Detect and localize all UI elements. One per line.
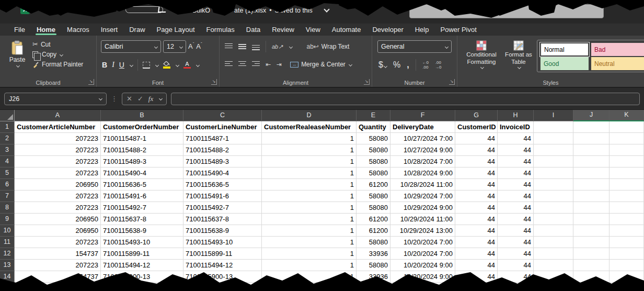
cell-I11[interactable] (534, 237, 573, 248)
tab-home[interactable]: Home (31, 24, 61, 36)
cell-B13[interactable]: 7100115494-12 (101, 260, 183, 271)
cell-A6[interactable]: 206950 (15, 179, 101, 191)
enter-icon[interactable]: ✓ (137, 95, 143, 103)
cell-K14[interactable] (610, 271, 644, 283)
cell-B14[interactable]: 7100115900-13 (101, 271, 183, 283)
tab-macros[interactable]: Macros (61, 24, 95, 36)
cell-F7[interactable]: 10/29/2024 7:00 (390, 191, 455, 202)
fill-color-chevron-icon[interactable] (176, 63, 179, 66)
cell-C9[interactable]: 7100115637-8 (183, 214, 262, 225)
cell-C2[interactable]: 7100115487-1 (183, 133, 262, 144)
cell-I3[interactable] (534, 144, 573, 156)
align-center-button[interactable] (238, 61, 246, 68)
cell-H2[interactable]: 44 (498, 133, 534, 144)
cell-E6[interactable]: 61200 (356, 179, 390, 191)
cell-J6[interactable] (573, 179, 610, 191)
fx-chevron-icon[interactable] (159, 97, 163, 100)
cell-E2[interactable]: 58080 (356, 133, 390, 144)
tab-automate[interactable]: Automate (326, 24, 367, 36)
cell-C4[interactable]: 7100115489-3 (183, 156, 262, 167)
cell-E3[interactable]: 58080 (356, 144, 390, 156)
cell-I9[interactable] (534, 214, 573, 225)
cell-C11[interactable]: 7100115493-10 (183, 237, 262, 248)
cell-G9[interactable]: 44 (455, 214, 498, 225)
alignment-dialog-launcher[interactable]: ↘ (364, 79, 370, 85)
underline-button[interactable]: U (119, 61, 124, 69)
cell-A11[interactable]: 207223 (15, 237, 101, 248)
cell-style-good[interactable]: Good (540, 57, 589, 70)
cell-F10[interactable]: 10/29/2024 13:00 (390, 225, 455, 237)
cell-F14[interactable]: 10/20/2024 9:00 (390, 271, 455, 283)
cell-G7[interactable]: 44 (455, 191, 498, 202)
cell-B1[interactable]: CustomerOrderNumber (101, 121, 183, 133)
cell-F3[interactable]: 10/27/2024 9:00 (390, 144, 455, 156)
cell-H3[interactable]: 44 (498, 144, 534, 156)
tab-review[interactable]: Review (266, 24, 300, 36)
align-top-button[interactable] (225, 43, 233, 50)
column-header-D[interactable]: D (262, 110, 356, 121)
cell-E5[interactable]: 58080 (356, 167, 390, 179)
currency-button[interactable]: $ (378, 60, 387, 70)
cell-E14[interactable]: 33936 (356, 271, 390, 283)
cell-I13[interactable] (534, 260, 573, 271)
cell-A7[interactable]: 207223 (15, 191, 101, 202)
tab-file[interactable]: File (8, 24, 31, 36)
font-size-select[interactable]: 12 (163, 40, 186, 53)
cell-B9[interactable]: 7100115637-8 (101, 214, 183, 225)
tab-formulas[interactable]: Formulas (201, 24, 240, 36)
cell-J8[interactable] (573, 202, 610, 214)
column-header-H[interactable]: H (498, 110, 534, 121)
row-header-5[interactable]: 5 (0, 167, 15, 179)
cell-C3[interactable]: 7100115488-2 (183, 144, 262, 156)
cell-D1[interactable]: CustomerRealeaseNumber (262, 121, 356, 133)
cell-F5[interactable]: 10/28/2024 9:00 (390, 167, 455, 179)
percent-button[interactable]: % (393, 60, 400, 70)
cell-G4[interactable]: 44 (455, 156, 498, 167)
cell-H7[interactable]: 44 (498, 191, 534, 202)
cell-J1[interactable] (573, 121, 610, 133)
cell-H9[interactable]: 44 (498, 214, 534, 225)
cell-K13[interactable] (610, 260, 644, 271)
cell-H6[interactable]: 44 (498, 179, 534, 191)
tab-view[interactable]: View (300, 24, 326, 36)
cell-style-normal[interactable]: Normal (540, 43, 589, 56)
borders-button[interactable] (143, 62, 150, 69)
increase-font-size-button[interactable]: Aˆ (188, 42, 194, 50)
decrease-decimal-button[interactable]: .00 →0 (435, 60, 441, 70)
cell-B4[interactable]: 7100115489-3 (101, 156, 183, 167)
insert-function-icon[interactable]: fx (148, 95, 153, 103)
font-name-select[interactable]: Calibri (101, 40, 161, 53)
row-header-9[interactable]: 9 (0, 214, 15, 225)
cell-B12[interactable]: 7100115899-11 (101, 248, 183, 260)
cell-J4[interactable] (573, 156, 610, 167)
edit-mode-icon[interactable] (158, 5, 167, 13)
cell-F8[interactable]: 10/29/2024 9:00 (390, 202, 455, 214)
tab-power-pivot[interactable]: Power Pivot (434, 24, 482, 36)
row-header-7[interactable]: 7 (0, 191, 15, 202)
cell-K9[interactable] (610, 214, 644, 225)
cell-C12[interactable]: 7100115899-11 (183, 248, 262, 260)
cell-F1[interactable]: DeliveryDate (390, 121, 455, 133)
cell-D2[interactable]: 1 (262, 133, 356, 144)
cell-D5[interactable]: 1 (262, 167, 356, 179)
cell-K7[interactable] (610, 191, 644, 202)
cell-J14[interactable] (573, 271, 610, 283)
cell-H4[interactable]: 44 (498, 156, 534, 167)
align-left-button[interactable] (225, 61, 233, 68)
increase-indent-button[interactable]: ⇥ (277, 61, 282, 68)
cell-B2[interactable]: 7100115487-1 (101, 133, 183, 144)
cell-A4[interactable]: 207223 (15, 156, 101, 167)
copy-button[interactable]: Copy (32, 51, 83, 58)
cell-I2[interactable] (534, 133, 573, 144)
tab-help[interactable]: Help (409, 24, 435, 36)
cell-J7[interactable] (573, 191, 610, 202)
cell-D6[interactable]: 1 (262, 179, 356, 191)
cell-H5[interactable]: 44 (498, 167, 534, 179)
cell-K8[interactable] (610, 202, 644, 214)
cell-I1[interactable] (534, 121, 573, 133)
borders-chevron-icon[interactable] (155, 63, 159, 66)
bold-button[interactable]: B (102, 61, 107, 69)
cell-A14[interactable]: 154737 (15, 271, 101, 283)
column-header-B[interactable]: B (101, 110, 183, 121)
cell-D8[interactable]: 1 (262, 202, 356, 214)
